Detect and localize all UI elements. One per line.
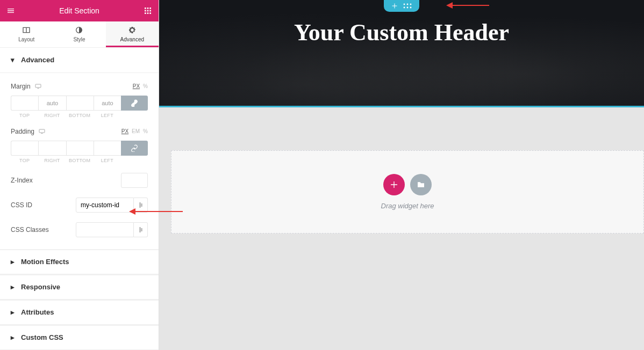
- svg-rect-3: [145, 10, 146, 12]
- section-title: Advanced: [21, 56, 54, 64]
- css-id-input[interactable]: [76, 198, 134, 213]
- caret-right-icon: ▸: [11, 308, 15, 316]
- padding-bottom-input[interactable]: [66, 141, 94, 156]
- svg-point-19: [410, 7, 412, 9]
- tab-advanced[interactable]: Advanced: [106, 21, 159, 47]
- svg-point-18: [407, 7, 409, 9]
- tab-layout[interactable]: Layout: [0, 21, 53, 47]
- svg-rect-2: [149, 8, 151, 9]
- sub-top: TOP: [19, 158, 30, 163]
- desktop-icon[interactable]: [39, 129, 45, 134]
- css-classes-input[interactable]: [76, 222, 134, 237]
- columns-icon: [22, 26, 31, 34]
- dynamic-tags-icon[interactable]: [134, 198, 148, 213]
- margin-left-input[interactable]: [94, 96, 121, 111]
- sub-right: RIGHT: [44, 113, 60, 118]
- gear-icon: [128, 26, 137, 34]
- apps-grid-icon[interactable]: [137, 0, 159, 21]
- svg-rect-5: [149, 10, 151, 12]
- margin-top-input[interactable]: [11, 96, 38, 111]
- svg-rect-1: [147, 8, 149, 9]
- unit-px[interactable]: PX: [133, 83, 140, 89]
- css-classes-row: CSS Classes: [11, 222, 148, 237]
- template-library-button[interactable]: [410, 174, 432, 195]
- margin-bottom-input[interactable]: [66, 96, 94, 111]
- dropzone-text: Drag widget here: [381, 202, 434, 210]
- editor-panel: Edit Section Layout Style Advanced ▾ Adv…: [0, 0, 159, 350]
- zindex-label: Z-Index: [11, 177, 121, 184]
- tab-label: Layout: [18, 37, 34, 42]
- link-values-icon[interactable]: [121, 141, 148, 156]
- padding-row: Padding PX EM % TOP RIGHT BOTTOM LEFT: [11, 128, 148, 163]
- svg-rect-10: [35, 84, 41, 88]
- svg-point-17: [404, 7, 405, 9]
- svg-rect-8: [149, 12, 151, 14]
- section-title: Custom CSS: [21, 333, 63, 341]
- editor-canvas: Your Custom Header Drag widget here: [159, 0, 644, 350]
- section-handle[interactable]: [384, 0, 419, 12]
- caret-right-icon: ▸: [11, 283, 15, 291]
- section-motion-effects-toggle[interactable]: ▸ Motion Effects: [0, 249, 159, 274]
- svg-rect-0: [145, 8, 146, 9]
- dropzone[interactable]: Drag widget here: [171, 150, 644, 234]
- section-responsive-toggle[interactable]: ▸ Responsive: [0, 274, 159, 300]
- caret-right-icon: ▸: [11, 333, 15, 341]
- add-section-icon[interactable]: [391, 3, 398, 9]
- padding-label: Padding: [11, 128, 34, 135]
- dynamic-tags-icon[interactable]: [134, 222, 148, 237]
- drag-handle-icon[interactable]: [403, 3, 412, 9]
- svg-point-14: [404, 4, 405, 5]
- section-advanced-body: Margin PX % TOP RIGHT BOTTOM LEFT Paddin…: [0, 73, 159, 249]
- caret-down-icon: ▾: [11, 56, 15, 64]
- sub-bottom: BOTTOM: [69, 158, 90, 163]
- svg-rect-7: [147, 12, 149, 14]
- margin-label: Margin: [11, 83, 31, 90]
- panel-tabs: Layout Style Advanced: [0, 21, 159, 48]
- sub-left: LEFT: [101, 113, 113, 118]
- zindex-row: Z-Index: [11, 173, 148, 188]
- section-advanced-toggle[interactable]: ▾ Advanced: [0, 48, 159, 73]
- section-attributes-toggle[interactable]: ▸ Attributes: [0, 300, 159, 325]
- svg-point-15: [407, 4, 409, 5]
- unit-pct[interactable]: %: [143, 128, 148, 134]
- add-widget-button[interactable]: [383, 174, 405, 195]
- svg-rect-11: [37, 88, 39, 89]
- css-classes-label: CSS Classes: [11, 226, 76, 234]
- svg-rect-6: [145, 12, 146, 14]
- padding-right-input[interactable]: [38, 141, 66, 156]
- unit-em[interactable]: EM: [132, 128, 140, 134]
- hero-section[interactable]: Your Custom Header: [159, 0, 644, 107]
- padding-left-input[interactable]: [94, 141, 121, 156]
- sub-top: TOP: [19, 113, 30, 118]
- caret-right-icon: ▸: [11, 258, 15, 266]
- sub-left: LEFT: [101, 158, 113, 163]
- section-title: Attributes: [21, 308, 54, 316]
- panel-title: Edit Section: [22, 6, 137, 15]
- css-id-label: CSS ID: [11, 201, 76, 209]
- section-title: Responsive: [21, 283, 60, 291]
- hero-title: Your Custom Header: [159, 19, 644, 46]
- panel-header: Edit Section: [0, 0, 159, 21]
- tab-label: Style: [73, 37, 85, 42]
- tab-style[interactable]: Style: [53, 21, 105, 47]
- tab-label: Advanced: [120, 37, 144, 42]
- sub-right: RIGHT: [44, 158, 60, 163]
- svg-rect-12: [39, 129, 45, 133]
- section-custom-css-toggle[interactable]: ▸ Custom CSS: [0, 325, 159, 350]
- svg-rect-4: [147, 10, 149, 12]
- svg-point-16: [410, 4, 412, 5]
- margin-right-input[interactable]: [38, 96, 66, 111]
- menu-icon[interactable]: [0, 0, 22, 21]
- css-id-row: CSS ID: [11, 198, 148, 213]
- desktop-icon[interactable]: [35, 84, 41, 89]
- svg-rect-13: [41, 133, 43, 134]
- margin-row: Margin PX % TOP RIGHT BOTTOM LEFT: [11, 83, 148, 118]
- contrast-icon: [75, 26, 83, 34]
- sub-bottom: BOTTOM: [69, 113, 90, 118]
- unit-px[interactable]: PX: [121, 128, 128, 134]
- link-values-icon[interactable]: [121, 96, 148, 111]
- unit-pct[interactable]: %: [143, 83, 148, 89]
- zindex-input[interactable]: [121, 173, 148, 188]
- section-title: Motion Effects: [21, 258, 69, 266]
- padding-top-input[interactable]: [11, 141, 38, 156]
